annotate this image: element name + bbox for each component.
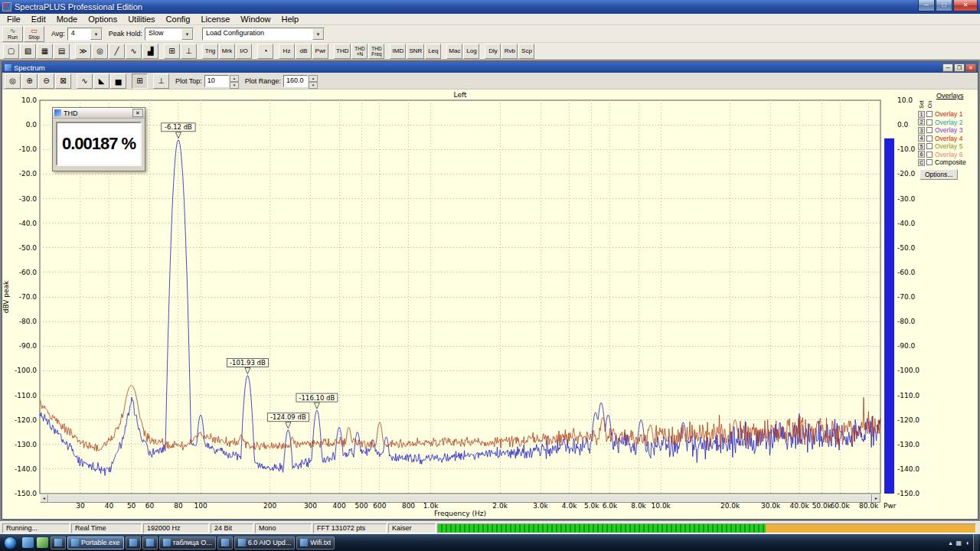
maximize-button[interactable]: □	[936, 0, 952, 11]
quicklaunch-icon[interactable]	[37, 537, 48, 548]
zoom-cursor-button[interactable]: ◎	[5, 73, 21, 89]
save-button[interactable]: ▦	[37, 44, 53, 59]
macro-button[interactable]: Mac	[446, 44, 462, 59]
menu-config[interactable]: Config	[161, 14, 196, 24]
overlay-on-checkbox-5[interactable]	[926, 143, 933, 149]
spectrum-close-button[interactable]: ✕	[965, 64, 976, 72]
thd-n-button[interactable]: THD+N	[351, 44, 368, 59]
reverb-button[interactable]: Rvb	[501, 44, 518, 59]
marker-button[interactable]: Mrk	[219, 44, 235, 59]
jump-button[interactable]: ≫	[75, 44, 91, 59]
taskbar-button-Wifi.txt[interactable]: Wifi.txt	[296, 536, 335, 549]
scrollbar-thumb[interactable]	[48, 494, 872, 503]
filled-plot-button[interactable]: ◣	[93, 73, 109, 89]
data-table-button[interactable]: ⊞	[164, 44, 180, 59]
taskbar-button[interactable]	[217, 536, 233, 549]
new-file-button[interactable]: ▢	[3, 44, 19, 59]
tray-expand-icon[interactable]: ▴	[949, 540, 952, 546]
menu-file[interactable]: File	[2, 14, 26, 24]
menu-options[interactable]: Options	[83, 14, 122, 24]
taskbar-button--...[interactable]: таблица О...	[159, 536, 216, 549]
spectrum-titlebar[interactable]: Spectrum ─ ❐ ✕	[2, 62, 978, 73]
start-button[interactable]	[4, 536, 17, 549]
taskbar-button[interactable]	[126, 536, 141, 549]
quicklaunch-icon[interactable]	[22, 537, 34, 548]
trigger-button[interactable]: Trig	[202, 44, 218, 59]
io-button[interactable]: I/O	[236, 44, 252, 59]
overlay-on-checkbox-C[interactable]	[926, 159, 933, 165]
snr-button[interactable]: SNR	[407, 44, 424, 59]
line-plot-button[interactable]: ∿	[77, 73, 93, 89]
taskbar-button-Portable.exe[interactable]: Portable.exe	[67, 536, 124, 549]
overlay-on-checkbox-2[interactable]	[926, 119, 933, 126]
show-desktop-button[interactable]	[973, 534, 978, 551]
overlay-set-button-6[interactable]: 6	[918, 151, 925, 158]
run-button[interactable]: ∿ Run	[2, 26, 23, 42]
thd-freq-button[interactable]: THDFreq	[368, 44, 384, 59]
plot-range-spinner[interactable]: ▲ ▼	[309, 75, 318, 87]
zoom-tool-button[interactable]: ◎	[92, 44, 108, 59]
zoom-reset-button[interactable]: ⊠	[55, 73, 71, 89]
spin-down-icon[interactable]: ▼	[309, 82, 318, 89]
bar-plot-button[interactable]: ▅	[110, 73, 126, 89]
overlay-on-checkbox-4[interactable]	[926, 135, 933, 142]
pwr-button[interactable]: Pwr	[312, 44, 328, 59]
zoom-in-button[interactable]: ⊕	[21, 73, 38, 89]
overlay-set-button-4[interactable]: 4	[918, 135, 925, 142]
hz-button[interactable]: Hz	[279, 44, 295, 59]
plot-top-spinner[interactable]: ▲ ▼	[230, 75, 239, 87]
scale-button[interactable]: ⊥	[181, 44, 197, 59]
delay-button[interactable]: Dly	[485, 44, 501, 59]
avg-select[interactable]: 4 ▼	[67, 28, 103, 41]
imd-button[interactable]: IMD	[390, 44, 406, 59]
print-button[interactable]: ▤	[54, 44, 70, 59]
overlay-set-button-5[interactable]: 5	[918, 143, 925, 150]
plot-range-input[interactable]: 160.0 ▲ ▼	[283, 75, 318, 87]
db-button[interactable]: dB	[296, 44, 312, 59]
open-file-button[interactable]: ▧	[20, 44, 36, 59]
taskbar-button[interactable]	[51, 536, 66, 549]
overlay-on-checkbox-6[interactable]	[926, 152, 933, 158]
overlay-on-checkbox-3[interactable]	[926, 127, 933, 133]
overlay-set-button-1[interactable]: 1	[918, 111, 925, 118]
overlay-set-button-2[interactable]: 2	[918, 119, 925, 126]
leq-button[interactable]: Leq	[425, 44, 441, 59]
minimize-button[interactable]: ─	[918, 0, 935, 11]
thd-titlebar[interactable]: THD ✕	[53, 108, 145, 119]
peak-cursor-button[interactable]: ⊥	[153, 73, 169, 89]
menu-help[interactable]: Help	[276, 14, 304, 24]
scroll-right-icon[interactable]: ►	[872, 494, 880, 503]
plot-hscrollbar[interactable]: ◄ ►	[40, 494, 880, 503]
menu-mode[interactable]: Mode	[51, 14, 83, 24]
spectrum-minimize-button[interactable]: ─	[942, 64, 953, 72]
spectrum-restore-button[interactable]: ❐	[954, 64, 965, 72]
overlays-options-button[interactable]: Options...	[920, 169, 958, 180]
spectrogram-button[interactable]: ▟	[142, 44, 158, 59]
grid-toggle-button[interactable]: ⊞	[132, 73, 148, 89]
scope-button[interactable]: Scp	[518, 44, 534, 59]
stop-button[interactable]: ▭ Stop	[24, 26, 44, 42]
taskbar-button[interactable]	[142, 536, 158, 549]
thd-meter-window[interactable]: THD ✕ 0.00187 %	[52, 107, 145, 171]
menu-utilities[interactable]: Utilities	[122, 14, 160, 24]
thd-button[interactable]: THD	[334, 44, 351, 59]
spin-down-icon[interactable]: ▼	[230, 82, 239, 89]
menu-license[interactable]: License	[195, 14, 235, 24]
configuration-select[interactable]: Load Configuration ▼	[202, 28, 325, 41]
tray-volume-icon[interactable]: ◖	[965, 540, 969, 546]
log-button[interactable]: Log	[463, 44, 479, 59]
thd-close-button[interactable]: ✕	[132, 109, 143, 117]
phase-plot-button[interactable]: ╱	[109, 44, 125, 59]
waveform-plot-button[interactable]: ∿	[126, 44, 142, 59]
taskbar-button-6.0-AIO-Upd...[interactable]: 6.0 AIO Upd...	[234, 536, 296, 549]
peak-hold-select[interactable]: Slow ▼	[145, 28, 194, 41]
plot-top-input[interactable]: 10 ▲ ▼	[204, 75, 239, 87]
overlay-on-checkbox-1[interactable]	[926, 111, 933, 117]
menu-edit[interactable]: Edit	[26, 14, 51, 24]
tray-network-icon[interactable]: ▦	[956, 540, 962, 546]
spin-up-icon[interactable]: ▲	[230, 75, 239, 82]
spin-up-icon[interactable]: ▲	[309, 75, 318, 82]
overlay-set-button-3[interactable]: 3	[918, 127, 925, 134]
menu-window[interactable]: Window	[235, 14, 276, 24]
timer-button[interactable]: ◔	[257, 44, 273, 59]
